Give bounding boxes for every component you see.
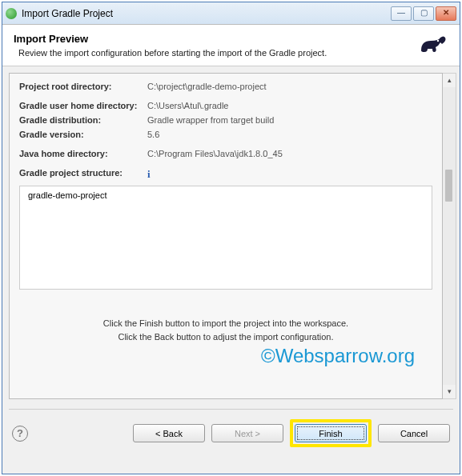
distribution-label: Gradle distribution: [19,115,147,125]
distribution-value: Gradle wrapper from target build [147,115,274,125]
dialog-window: Import Gradle Project — ▢ ✕ Import Previ… [2,2,460,474]
user-home-value: C:\Users\Atul\.gradle [147,101,228,110]
root-dir-value: C:\project\gradle-demo-project [147,82,267,91]
hint-line-2: Click the Back button to adjust the impo… [19,330,432,344]
gradle-logo-icon [416,33,448,57]
page-title: Import Preview [14,33,416,45]
app-icon [6,8,17,19]
content-frame: Project root directory: C:\project\gradl… [9,73,443,399]
maximize-button[interactable]: ▢ [413,6,434,21]
cancel-button[interactable]: Cancel [378,424,450,442]
scroll-thumb[interactable] [445,170,452,202]
window-controls: — ▢ ✕ [391,6,456,21]
watermark-text: ©Websparrow.org [19,345,432,367]
project-tree[interactable]: gradle-demo-project [19,186,432,290]
finish-highlight: Finish [290,419,372,447]
window-title: Import Gradle Project [22,8,391,19]
tree-root-item[interactable]: gradle-demo-project [25,190,427,201]
close-button[interactable]: ✕ [436,6,456,21]
separator [9,409,453,410]
header-panel: Import Preview Review the import configu… [2,25,460,66]
hint-text: Click the Finish button to import the pr… [19,317,432,343]
version-value: 5.6 [147,130,159,139]
back-button[interactable]: < Back [133,424,205,442]
scroll-down-icon[interactable]: ▾ [443,385,456,398]
structure-label: Gradle project structure: [19,168,147,181]
minimize-button[interactable]: — [391,6,412,21]
next-button: Next > [211,424,283,442]
version-label: Gradle version: [19,130,147,139]
finish-button[interactable]: Finish [295,424,367,442]
button-bar: ? < Back Next > Finish Cancel [2,413,460,455]
titlebar[interactable]: Import Gradle Project — ▢ ✕ [2,2,460,25]
vertical-scrollbar[interactable]: ▴ ▾ [443,73,456,399]
svg-point-0 [437,40,439,42]
page-subtitle: Review the import configuration before s… [14,48,416,58]
root-dir-label: Project root directory: [19,82,147,91]
java-home-label: Java home directory: [19,149,147,158]
help-button[interactable]: ? [12,426,28,442]
info-icon[interactable]: i [147,168,151,181]
hint-line-1: Click the Finish button to import the pr… [19,317,432,330]
java-home-value: C:\Program Files\Java\jdk1.8.0_45 [147,149,283,158]
user-home-label: Gradle user home directory: [19,101,147,110]
body-panel: Project root directory: C:\project\gradl… [2,66,460,406]
scroll-up-icon[interactable]: ▴ [443,74,456,87]
